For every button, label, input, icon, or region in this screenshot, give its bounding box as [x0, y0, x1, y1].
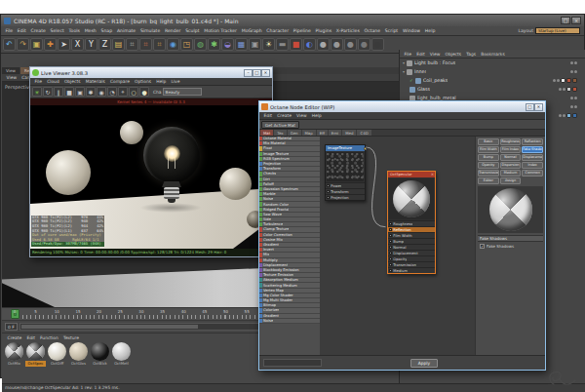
om-menu-edit[interactable]: Edit [414, 52, 428, 57]
snap-vertex-icon[interactable]: ⌗ [139, 38, 152, 51]
om-menu-bookmarks[interactable]: Bookmarks [479, 52, 508, 57]
viewport-menu-view[interactable]: View [4, 75, 20, 80]
material-tab-fake-shadows[interactable]: Fake Shadows [522, 146, 543, 153]
visibility-dot-icon[interactable] [559, 88, 562, 91]
window-button-minimize[interactable]: – [244, 69, 253, 77]
visibility-dot-icon[interactable] [570, 97, 573, 99]
material-tab-bump[interactable]: Bump [478, 154, 499, 161]
menu-item-file[interactable]: File [3, 28, 15, 33]
bulb-b-icon[interactable]: ● [139, 87, 149, 97]
lv-menu-help[interactable]: Help [154, 79, 169, 84]
axis-z-button[interactable]: Z [98, 38, 111, 51]
menu-item-mesh[interactable]: Mesh [82, 28, 98, 33]
lv-menu-objects[interactable]: Objects [61, 79, 83, 84]
frame-start-field[interactable]: 0 F [5, 323, 18, 331]
visibility-dot-icon[interactable] [563, 114, 566, 117]
copy-icon[interactable]: ▣ [30, 38, 43, 51]
image-texture-node[interactable]: ImageTexture PowerTransformProjection [325, 144, 366, 201]
node-pin-medium[interactable]: Medium [388, 267, 435, 273]
material-tag-icon[interactable] [572, 113, 577, 118]
expand-arrow-icon[interactable]: ▾ [403, 69, 405, 74]
material-tab-medium[interactable]: Medium [500, 170, 522, 176]
node-tab-eff[interactable]: Eff [317, 130, 328, 136]
visibility-dot-icon[interactable] [553, 79, 556, 82]
menu-item-character[interactable]: Character [264, 28, 291, 33]
visibility-dot-icon[interactable] [574, 70, 577, 73]
menu-item-octane[interactable]: Octane [362, 28, 382, 33]
node-editor-field[interactable] [263, 359, 322, 367]
object-row-coil-peaks[interactable]: ✓Coil_peaks [400, 76, 585, 85]
material-tag-icon[interactable] [572, 78, 577, 83]
menu-item-motion-tracker[interactable]: Motion Tracker [202, 28, 239, 33]
specular-material-node[interactable]: OctSpecular× RoughnessReflectionFilm Wid… [387, 171, 436, 274]
menu-item-animate[interactable]: Animate [115, 28, 138, 33]
render-view-icon[interactable]: ◉ [167, 38, 179, 51]
lock-icon[interactable]: ◉ [97, 87, 106, 97]
window-button-maximize[interactable]: □ [526, 103, 534, 111]
fake-shadows-checkbox[interactable]: ✓ [480, 244, 485, 249]
material-tab-basic[interactable]: Basic [478, 138, 499, 145]
interactive-render-icon[interactable]: ◍ [194, 38, 207, 51]
visibility-dot-icon[interactable] [570, 105, 573, 108]
node-tab-emi[interactable]: Emi [329, 130, 341, 136]
material-tab-assign[interactable]: Assign [500, 177, 522, 184]
menu-item-sculpt[interactable]: Sculpt [183, 28, 202, 33]
axis-x-button[interactable]: X [71, 38, 84, 51]
om-menu-tags[interactable]: Tags [464, 52, 479, 57]
octane-logo-icon[interactable]: ✳ [32, 87, 42, 97]
settings-gear-icon[interactable]: ✱ [86, 87, 96, 97]
menu-item-pipeline[interactable]: Pipeline [291, 28, 313, 33]
material-tag-icon[interactable] [561, 78, 566, 83]
material-tab-normal[interactable]: Normal [500, 154, 522, 161]
material-tab-transmission[interactable]: Transmission [478, 170, 499, 176]
visibility-dot-icon[interactable] [557, 79, 560, 82]
pause-icon[interactable]: ‖ [54, 87, 63, 97]
node-tab-gen[interactable]: Gen [288, 130, 301, 136]
menu-item-help[interactable]: Help [422, 28, 437, 33]
apply-button[interactable]: Apply [410, 359, 438, 368]
paste-icon[interactable]: ✚ [44, 38, 57, 51]
scrollbar-handle[interactable] [21, 325, 198, 329]
material-item-octmetl[interactable]: OctMetl [111, 342, 132, 367]
material-item-octblck[interactable]: OctBlck [90, 342, 110, 367]
visibility-dot-icon[interactable] [574, 97, 577, 99]
floor-icon[interactable]: ▬ [276, 38, 289, 51]
om-menu-objects[interactable]: Objects [443, 52, 464, 57]
material-tab-displacement[interactable]: Displacement [522, 154, 543, 161]
specular-node-header[interactable]: OctSpecular× [388, 172, 435, 177]
lv-menu-options[interactable]: Options [132, 79, 153, 84]
live-viewer-titlebar[interactable]: Live Viewer 3.08.3 –□× [30, 67, 272, 78]
material-item-octdiff[interactable]: OctDiff [47, 342, 67, 367]
om-menu-file[interactable]: File [402, 52, 414, 57]
object-row-inner[interactable]: ▾Inner [400, 67, 585, 76]
menu-item-tools[interactable]: Tools [66, 28, 82, 33]
menu-item-mograph[interactable]: MoGraph [239, 28, 264, 33]
coordinates-doc-icon[interactable]: ▤ [112, 38, 125, 51]
lv-menu-compare[interactable]: Compare [107, 79, 132, 84]
sphere-c-icon[interactable]: ● [344, 38, 357, 51]
node-tab-tex[interactable]: Tex [274, 130, 286, 136]
material-tab-index[interactable]: Index [522, 162, 543, 169]
menu-item-window[interactable]: Window [401, 28, 423, 33]
lv-menu-materials[interactable]: Materials [83, 79, 107, 84]
bulb-a-icon[interactable]: ○ [129, 87, 138, 97]
mat-menu-texture[interactable]: Texture [60, 335, 81, 340]
undo-icon[interactable]: ↶ [3, 38, 16, 51]
snap-edge-icon[interactable]: ⌗ [153, 38, 166, 51]
material-tab-opacity[interactable]: Opacity [478, 162, 499, 169]
viewport-tab-view[interactable]: View [2, 67, 20, 74]
render-settings-icon[interactable]: ◳ [180, 38, 193, 51]
window-button-close[interactable]: × [571, 17, 581, 24]
display-mode-icon[interactable]: ◐ [303, 38, 316, 51]
mat-menu-function[interactable]: Function [37, 335, 60, 340]
picker-icon[interactable]: ⌖ [118, 87, 128, 97]
material-item-octglos[interactable]: OctGlos [68, 342, 89, 367]
camera-icon[interactable]: ▣ [249, 38, 261, 51]
object-row-light-bulb-focus[interactable]: ▾Light bulb : Focus [400, 59, 585, 67]
visibility-dot-icon[interactable] [574, 61, 577, 64]
node-pin-projection[interactable]: Projection [326, 194, 365, 200]
material-tag-icon[interactable] [572, 87, 577, 92]
lv-menu-live[interactable]: Live [169, 79, 182, 84]
menu-item-script[interactable]: Script [382, 28, 400, 33]
visibility-dot-icon[interactable] [559, 114, 562, 117]
